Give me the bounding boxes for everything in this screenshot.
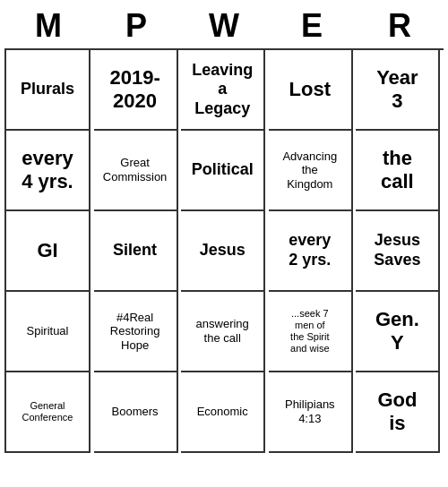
cell-r4-c3: Philipians 4:13 [269,372,353,453]
header-letter: P [94,7,178,45]
cell-r1-c1: Great Commission [94,131,178,211]
cell-r3-c1: #4Real Restoring Hope [94,292,178,372]
cell-r0-c3: Lost [269,50,353,131]
cell-r3-c3: ...seek 7 men of the Spirit and wise [269,292,353,372]
cell-r4-c2: Economic [181,372,265,453]
cell-r4-c1: Boomers [94,372,178,453]
cell-r1-c3: Advancing the Kingdom [269,131,353,211]
header-letter: M [6,7,90,45]
cell-r4-c4: God is [356,372,440,453]
cell-r3-c0: Spiritual [6,292,90,372]
cell-r0-c2: Leaving a Legacy [181,50,265,131]
cell-r1-c4: the call [356,131,440,211]
cell-r2-c3: every 2 yrs. [269,211,353,292]
cell-r3-c2: answering the call [181,292,265,372]
cell-r0-c0: Plurals [6,50,90,131]
bingo-grid: Plurals2019- 2020Leaving a LegacyLostYea… [4,48,444,453]
cell-r2-c4: Jesus Saves [356,211,440,292]
cell-r1-c2: Political [181,131,265,211]
header-letter: E [270,7,354,45]
cell-r3-c4: Gen. Y [356,292,440,372]
cell-r2-c1: Silent [94,211,178,292]
cell-r0-c1: 2019- 2020 [94,50,178,131]
bingo-header: MPWER [4,7,444,45]
cell-r2-c0: GI [6,211,90,292]
cell-r0-c4: Year 3 [356,50,440,131]
cell-r2-c2: Jesus [181,211,265,292]
header-letter: W [182,7,266,45]
cell-r1-c0: every 4 yrs. [6,131,90,211]
cell-r4-c0: General Conference [6,372,90,453]
bingo-card: MPWER Plurals2019- 2020Leaving a LegacyL… [4,7,444,453]
header-letter: R [358,7,442,45]
